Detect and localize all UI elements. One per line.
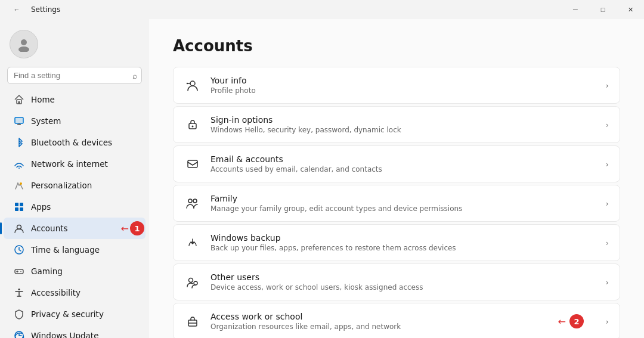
other-users-desc: Device access, work or school users, kio… [210,283,423,292]
svg-point-8 [18,168,20,169]
svg-point-21 [18,289,20,290]
back-button[interactable]: ← [7,0,26,19]
settings-item-other-users[interactable]: Other usersDevice access, work or school… [173,263,620,300]
sidebar-item-network[interactable]: Network & internet [4,153,145,175]
sidebar-item-label: Accessibility [31,288,80,297]
your-info-desc: Profile photo [210,86,256,95]
titlebar-left: ← Settings [7,0,60,19]
sidebar-item-label: Apps [31,202,51,212]
other-users-icon [184,274,201,290]
your-info-icon [184,77,201,94]
system-icon [13,115,25,127]
windows-backup-desc: Back up your files, apps, preferences to… [210,244,456,252]
other-users-title: Other users [210,272,423,282]
main-content: Accounts Your infoProfile photo›Sign-in … [149,19,644,338]
svg-point-20 [20,271,21,272]
email-accounts-title: Email & accounts [210,154,382,164]
annotation-2-arrow: ← [558,316,566,327]
access-work-desc: Organization resources like email, apps,… [210,323,401,331]
svg-point-0 [21,39,27,45]
svg-point-30 [193,199,197,203]
maximize-icon: □ [601,6,605,13]
search-input[interactable] [7,67,142,84]
sidebar-item-label: Windows Update [31,331,98,338]
sidebar-item-label: Network & internet [31,159,108,169]
chevron-right-icon: › [606,317,609,326]
sidebar: ⌕ HomeSystemBluetooth & devicesNetwork &… [0,19,149,338]
sidebar-item-label: Personalization [31,181,92,190]
sidebar-item-accessibility[interactable]: Accessibility [4,282,145,303]
sidebar-item-accounts[interactable]: Accounts [4,218,145,239]
settings-list: Your infoProfile photo›Sign-in optionsWi… [173,67,620,338]
windows-backup-title: Windows backup [210,233,456,243]
chevron-right-icon: › [606,238,609,247]
email-accounts-icon [184,156,201,172]
svg-rect-12 [15,207,18,211]
svg-rect-13 [20,207,23,211]
sidebar-item-label: Privacy & security [31,309,104,319]
privacy-icon [13,308,25,320]
sidebar-item-label: Accounts [31,224,68,233]
sidebar-item-home[interactable]: Home [4,89,145,110]
close-icon: ✕ [628,6,633,14]
sidebar-item-label: System [31,116,61,126]
settings-item-windows-backup[interactable]: Windows backupBack up your files, apps, … [173,224,620,261]
avatar-area[interactable] [0,24,149,64]
settings-item-access-work[interactable]: Access work or schoolOrganization resour… [173,303,620,338]
annotation-2: 2 [569,314,584,328]
minimize-icon: ─ [573,6,578,13]
titlebar-title: Settings [31,5,60,14]
sign-in-options-icon [184,116,201,133]
chevron-right-icon: › [606,199,609,208]
minimize-button[interactable]: ─ [562,0,589,19]
personalization-icon [13,179,25,191]
sidebar-item-apps[interactable]: Apps [4,196,145,218]
svg-point-31 [189,278,193,283]
svg-rect-3 [18,101,20,104]
svg-point-27 [192,126,194,128]
svg-rect-10 [15,203,18,206]
chevron-right-icon: › [606,120,609,129]
svg-point-9 [20,182,22,185]
sidebar-item-label: Gaming [31,266,63,276]
avatar [10,30,38,58]
accounts-icon [13,222,25,234]
sidebar-item-system[interactable]: System [4,110,145,132]
sidebar-item-label: Bluetooth & devices [31,138,112,147]
settings-item-email-accounts[interactable]: Email & accountsAccounts used by email, … [173,145,620,182]
sidebar-item-bluetooth[interactable]: Bluetooth & devices [4,132,145,153]
settings-item-family[interactable]: FamilyManage your family group, edit acc… [173,185,620,222]
windows-update-icon [13,330,25,338]
svg-point-23 [190,81,195,86]
family-desc: Manage your family group, edit account t… [210,204,462,213]
sign-in-options-desc: Windows Hello, security key, password, d… [210,126,401,134]
svg-rect-11 [20,203,23,206]
chevron-right-icon: › [606,160,609,169]
svg-rect-4 [15,117,23,123]
app-body: ⌕ HomeSystemBluetooth & devicesNetwork &… [0,19,644,338]
search-box[interactable]: ⌕ [7,67,142,84]
close-button[interactable]: ✕ [617,0,644,19]
back-icon: ← [14,6,20,13]
email-accounts-desc: Accounts used by email, calendar, and co… [210,165,382,173]
sidebar-item-privacy[interactable]: Privacy & security [4,303,145,325]
access-work-icon [184,313,201,330]
sidebar-item-personalization[interactable]: Personalization [4,175,145,196]
time-icon [13,244,25,256]
accessibility-icon [13,287,25,299]
maximize-button[interactable]: □ [589,0,617,19]
sidebar-item-time[interactable]: Time & language [4,239,145,261]
access-work-title: Access work or school [210,312,401,321]
sidebar-item-label: Home [31,95,55,104]
svg-point-1 [18,46,29,52]
sidebar-nav: HomeSystemBluetooth & devicesNetwork & i… [0,89,149,338]
settings-item-sign-in-options[interactable]: Sign-in optionsWindows Hello, security k… [173,106,620,143]
sidebar-item-windows-update[interactable]: Windows Update [4,325,145,338]
svg-point-29 [188,199,192,203]
svg-rect-28 [188,160,197,168]
settings-item-your-info[interactable]: Your infoProfile photo› [173,67,620,104]
chevron-right-icon: › [606,81,609,90]
sidebar-item-gaming[interactable]: Gaming [4,261,145,282]
family-icon [184,195,201,212]
gaming-icon [13,265,25,277]
